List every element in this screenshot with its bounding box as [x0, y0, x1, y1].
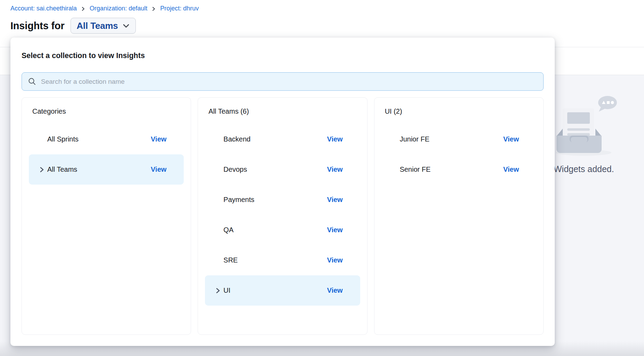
view-link[interactable]: View: [151, 135, 166, 143]
column-header: Categories: [32, 107, 180, 115]
collection-name: Junior FE: [400, 135, 430, 143]
view-link[interactable]: View: [503, 165, 519, 173]
view-link[interactable]: View: [327, 286, 342, 294]
breadcrumb-organization-link[interactable]: Organization: default: [90, 5, 147, 12]
collection-row-backend[interactable]: Backend View: [205, 124, 360, 154]
empty-state-caption: Widgets added.: [554, 164, 614, 174]
collection-row-sre[interactable]: SRE View: [205, 245, 360, 275]
view-link[interactable]: View: [327, 256, 342, 264]
collection-row-all-sprints[interactable]: All Sprints View: [29, 124, 184, 154]
collection-row-qa[interactable]: QA View: [205, 215, 360, 245]
collection-name: UI: [223, 286, 230, 294]
collection-name: Payments: [223, 196, 254, 204]
collection-name: All Teams: [47, 165, 77, 173]
view-link[interactable]: View: [327, 165, 342, 173]
collection-dropdown-label: All Teams: [77, 21, 118, 31]
column-header: UI (2): [385, 107, 533, 115]
search-input[interactable]: [41, 78, 543, 86]
empty-widgets-illustration: [554, 90, 624, 159]
search-icon: [28, 78, 36, 86]
view-link[interactable]: View: [327, 226, 342, 234]
collection-row-payments[interactable]: Payments View: [205, 185, 360, 215]
breadcrumb: Account: sai.cheethirala Organization: d…: [10, 5, 199, 12]
collection-name: Devops: [223, 165, 247, 173]
collection-picker-panel: Select a collection to view Insights Cat…: [10, 38, 555, 346]
collection-row-devops[interactable]: Devops View: [205, 154, 360, 185]
breadcrumb-account-link[interactable]: Account: sai.cheethirala: [10, 5, 77, 12]
chevron-right-icon: [39, 167, 44, 173]
speech-bubble-icon: [598, 96, 617, 112]
collection-name: SRE: [223, 256, 238, 264]
collection-name: Backend: [223, 135, 250, 143]
collection-row-senior-fe[interactable]: Senior FE View: [381, 154, 536, 185]
collection-name: QA: [223, 226, 233, 234]
collection-row-all-teams[interactable]: All Teams View: [29, 154, 184, 185]
view-link[interactable]: View: [151, 165, 166, 173]
collection-row-ui[interactable]: UI View: [205, 275, 360, 306]
column-header: All Teams (6): [208, 107, 356, 115]
ui-column: UI (2) Junior FE View Senior FE View: [374, 97, 544, 335]
breadcrumb-separator-icon: [152, 6, 156, 11]
collection-search-box: [22, 72, 544, 91]
collection-name: Senior FE: [400, 165, 431, 173]
chevron-right-icon: [215, 288, 221, 294]
view-link[interactable]: View: [327, 196, 342, 204]
collection-row-junior-fe[interactable]: Junior FE View: [381, 124, 536, 154]
view-link[interactable]: View: [503, 135, 519, 143]
collection-columns: Categories All Sprints View All Teams Vi…: [22, 97, 544, 335]
page-title: Insights for: [10, 20, 65, 32]
chevron-down-icon: [122, 22, 130, 30]
all-teams-column: All Teams (6) Backend View Devops View P…: [198, 97, 367, 335]
breadcrumb-separator-icon: [81, 6, 85, 11]
collection-name: All Sprints: [47, 135, 79, 143]
collection-dropdown-button[interactable]: All Teams: [71, 18, 136, 34]
panel-title: Select a collection to view Insights: [22, 51, 145, 60]
view-link[interactable]: View: [327, 135, 342, 143]
categories-column: Categories All Sprints View All Teams Vi…: [22, 97, 191, 335]
breadcrumb-project-link[interactable]: Project: dhruv: [160, 5, 199, 12]
